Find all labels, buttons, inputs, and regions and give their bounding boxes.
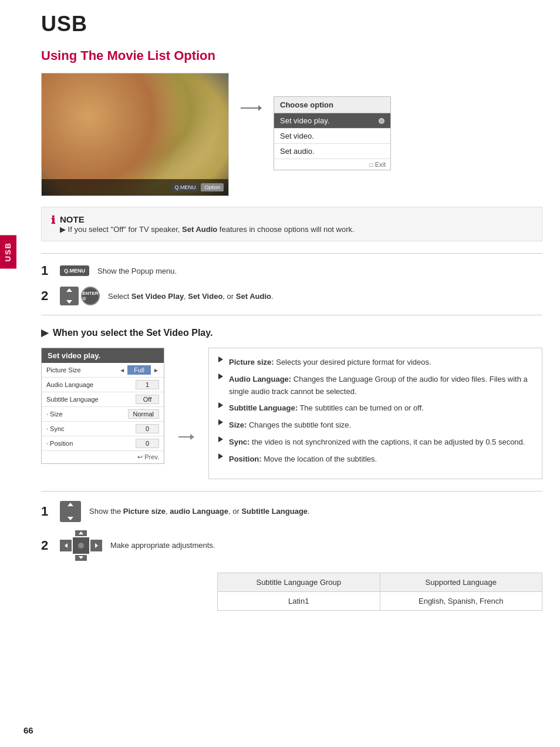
- feature-audio-language: Audio Language: Changes the Language Gro…: [218, 374, 532, 398]
- divider-1: [41, 253, 542, 254]
- bullet-icon: [218, 436, 223, 442]
- arrow-right-icon: ▶: [41, 327, 48, 338]
- size-value: Normal: [128, 409, 159, 419]
- nav-up-icon: [68, 503, 73, 506]
- feature-picture-size: Picture size: Selects your desired pictu…: [218, 356, 532, 369]
- note-box: ℹ NOTE ▶ If you select "Off" for TV spea…: [41, 207, 542, 241]
- steps-area: 1 Q.MENU Show the Popup menu. 2 ENTER⊙ S…: [41, 263, 542, 305]
- set-video-row-picture-size: Picture Size ◄ Full ►: [42, 363, 164, 378]
- choose-option-box: Choose option Set video play. Set video.…: [274, 96, 391, 170]
- bottom-step-1-number: 1: [41, 504, 52, 519]
- note-icon: ℹ: [51, 214, 55, 227]
- enter-button: ENTER⊙: [81, 287, 100, 305]
- connector: [241, 105, 262, 111]
- divider-3: [41, 491, 542, 492]
- page-title: USB: [41, 12, 542, 36]
- set-video-row-size: · Size Normal: [42, 407, 164, 422]
- nav-arrow-up-icon: [66, 288, 72, 292]
- features-list: Picture size: Selects your desired pictu…: [208, 348, 542, 479]
- choose-option-item-set-audio[interactable]: Set audio.: [274, 144, 390, 159]
- nav-lr-down: [75, 555, 87, 561]
- choose-option-header: Choose option: [274, 97, 390, 113]
- bottom-nav-up-down: [60, 501, 81, 522]
- bottom-step-1-row: 1 Show the Picture size, audio Language,…: [41, 501, 542, 522]
- nav-down-icon: [68, 517, 73, 520]
- bottom-step-1-text: Show the Picture size, audio Language, o…: [89, 507, 310, 516]
- table-cell-latin1: Latin1: [218, 591, 380, 610]
- screenshot-area: Q.MENU Option Choose option Set video pl…: [41, 73, 542, 196]
- set-video-row-position: · Position 0: [42, 436, 164, 451]
- connector-horiz: [178, 395, 194, 479]
- feature-subtitle-language: Subtitle Language: The subtitles can be …: [218, 402, 532, 415]
- language-table-container: Subtitle Language Group Supported Langua…: [217, 573, 542, 611]
- set-video-footer: ↩ Prev.: [42, 451, 164, 463]
- feature-sync: Sync: the video is not synchronized with…: [218, 436, 532, 449]
- nav-left-btn: [60, 540, 72, 551]
- bullet-icon: [218, 402, 223, 408]
- feature-size: Size: Changes the subtitle font size.: [218, 419, 532, 432]
- set-video-row-audio-lang: Audio Language 1: [42, 378, 164, 392]
- table-cell-english-spanish-french: English, Spanish, French: [380, 591, 542, 610]
- section-heading: Using The Movie List Option: [41, 48, 542, 63]
- bottom-nav-lr-group: [60, 530, 102, 561]
- arrow-left-icon: ◄: [119, 367, 125, 374]
- when-select-heading: ▶ When you select the Set Video Play.: [41, 327, 542, 338]
- qmenu-button-label: Q.MENU: [171, 183, 198, 191]
- arrow-right-icon: ►: [153, 367, 159, 374]
- audio-lang-value: 1: [136, 380, 159, 389]
- set-video-row-subtitle-lang: Subtitle Language Off: [42, 392, 164, 407]
- position-value: 0: [136, 439, 159, 448]
- step-1-row: 1 Q.MENU Show the Popup menu.: [41, 263, 542, 278]
- bullet-icon: [218, 356, 223, 362]
- subtitle-lang-value: Off: [136, 395, 159, 404]
- step-2-buttons: ENTER⊙: [60, 287, 100, 305]
- bullet-icon: [218, 419, 223, 425]
- qmenu-step-button: Q.MENU: [60, 265, 89, 276]
- sidebar-usb-label: USB: [0, 235, 16, 268]
- nav-lr-up: [75, 530, 87, 536]
- choose-option-item-set-video[interactable]: Set video.: [274, 129, 390, 144]
- set-video-header: Set video play.: [42, 348, 164, 363]
- sync-value: 0: [136, 424, 159, 433]
- set-video-play-box: Set video play. Picture Size ◄ Full ► Au…: [41, 348, 164, 479]
- choose-option-item-set-video-play[interactable]: Set video play.: [274, 113, 390, 129]
- language-table: Subtitle Language Group Supported Langua…: [217, 573, 542, 611]
- bottom-steps: 1 Show the Picture size, audio Language,…: [41, 501, 542, 561]
- tv-screenshot: Q.MENU Option: [41, 73, 229, 196]
- picture-size-value: Full: [127, 365, 151, 375]
- note-content: NOTE ▶ If you select "Off" for TV speake…: [60, 214, 355, 234]
- nav-lr-center-row: [60, 537, 102, 554]
- bottom-step-2-text: Make appropriate adjustments.: [110, 541, 215, 550]
- choose-option-footer: □ Exit: [274, 159, 390, 170]
- divider-2: [41, 315, 542, 315]
- page-number: 66: [23, 725, 33, 735]
- step-1-text: Show the Popup menu.: [97, 267, 177, 275]
- step-2-row: 2 ENTER⊙ Select Set Video Play, Set Vide…: [41, 287, 542, 305]
- step-2-text: Select Set Video Play, Set Video, or Set…: [108, 292, 274, 301]
- nav-center-btn: [73, 537, 89, 554]
- table-row: Latin1 English, Spanish, French: [218, 591, 542, 610]
- bottom-step-2-number: 2: [41, 538, 52, 553]
- set-video-row-sync: · Sync 0: [42, 422, 164, 436]
- nav-arrow-down-icon: [66, 300, 72, 304]
- table-header-subtitle-group: Subtitle Language Group: [218, 573, 380, 591]
- radio-selected: [379, 118, 384, 124]
- set-video-play-section: Set video play. Picture Size ◄ Full ► Au…: [41, 348, 542, 479]
- step-2-number: 2: [41, 288, 52, 304]
- nav-square-button: [60, 287, 79, 305]
- set-video-box: Set video play. Picture Size ◄ Full ► Au…: [41, 348, 164, 464]
- feature-position: Position: Move the location of the subti…: [218, 453, 532, 466]
- option-button-label: Option: [201, 183, 224, 191]
- nav-right-btn: [90, 540, 102, 551]
- step-1-number: 1: [41, 263, 52, 278]
- bottom-step-2-row: 2: [41, 530, 542, 561]
- bullet-icon: [218, 374, 223, 379]
- table-header-supported-lang: Supported Language: [380, 573, 542, 591]
- bullet-icon: [218, 453, 223, 459]
- tv-bottom-bar: Q.MENU Option: [42, 179, 228, 196]
